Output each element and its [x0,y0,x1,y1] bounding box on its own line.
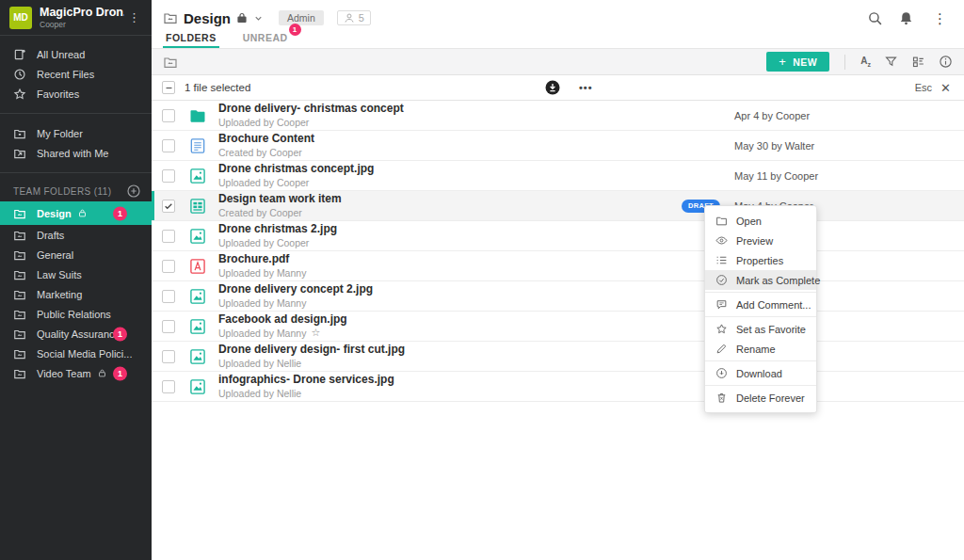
context-menu: Open Preview Properties Mark as Complete… [704,205,817,413]
file-row[interactable]: Drone christmas concept.jpg Uploaded by … [152,161,964,191]
menu-item-preview[interactable]: Preview [705,231,816,250]
tab-bar: FOLDERS UNREAD 1 [152,28,964,49]
folder-image-icon[interactable] [163,55,178,70]
menu-item-label: Mark as Complete [736,275,820,286]
menu-item-mark-as-complete[interactable]: Mark as Complete [705,270,816,290]
eye-icon [715,234,728,247]
sidebar-item-law-suits[interactable]: Law Suits [0,264,152,284]
select-all-checkbox[interactable] [162,81,175,94]
view-layout-icon[interactable] [911,55,925,69]
tab-folders-label: FOLDERS [166,32,217,43]
row-checkbox[interactable] [162,139,175,152]
row-checkbox[interactable] [162,260,175,273]
tab-folders[interactable]: FOLDERS [163,32,219,48]
team-folder-icon [13,288,26,301]
file-meta: Uploaded by Nellie [218,388,301,399]
notifications-bell-icon[interactable] [898,10,914,26]
menu-item-label: Properties [736,255,783,266]
sidebar-item-label: All Unread [37,49,85,60]
row-checkbox[interactable] [162,169,175,183]
members-count-value: 5 [359,12,364,24]
workspace-menu-icon[interactable]: ⋮ [124,9,144,25]
menu-item-add-comment[interactable]: Add Comment... [705,295,816,314]
sidebar-item-label: Recent Files [37,69,94,80]
comment-icon [715,298,728,311]
members-count[interactable]: 5 [337,10,371,25]
sidebar-item-all-unread[interactable]: All Unread [0,44,152,64]
selection-bar: 1 file selected ••• Esc ✕ [152,75,964,101]
sidebar-item-shared-with-me[interactable]: Shared with Me [0,143,152,163]
more-actions-icon[interactable]: ••• [579,82,593,93]
sidebar-item-video-team[interactable]: Video Team 1 [0,363,152,383]
menu-item-label: Delete Forever [736,392,805,404]
sidebar-item-label: Law Suits [37,269,82,280]
file-row[interactable]: Brochure Content Created by Cooper May 3… [152,131,964,161]
sort-az-icon[interactable]: Az [860,56,871,68]
add-team-folder-icon[interactable] [126,184,141,199]
sidebar-item-my-folder[interactable]: My Folder [0,123,152,143]
sidebar-item-drafts[interactable]: Drafts [0,225,152,245]
menu-item-set-as-favorite[interactable]: Set as Favorite [705,319,816,339]
file-text: infographics- Drone services.jpg Uploade… [218,374,394,399]
file-meta: Uploaded by Manny [218,328,306,339]
folder-icon [715,215,728,227]
file-date: May 30 by Walter [734,140,814,152]
sidebar-item-marketing[interactable]: Marketing [0,284,152,304]
sidebar-item-general[interactable]: General [0,245,152,264]
close-icon[interactable]: ✕ [940,81,951,95]
sidebar-item-recent-files[interactable]: Recent Files [0,64,152,84]
escape-group: Esc ✕ [915,81,951,95]
row-checkbox[interactable] [162,380,175,393]
file-row[interactable]: Drone delivery- christmas concept Upload… [152,101,964,131]
team-folders-label: TEAM FOLDERS (11) [13,186,111,197]
download-icon[interactable] [544,79,561,96]
team-folder-icon [13,367,26,380]
file-row[interactable]: Drone christmas 2.jpg Uploaded by Cooper [152,221,964,251]
file-row[interactable]: Drone delivery concept 2.jpg Uploaded by… [152,281,964,312]
menu-item-open[interactable]: Open [705,211,816,231]
more-options-icon[interactable]: ⋮ [929,9,951,27]
workspace-title: MagicPro Dron... [40,6,124,19]
unread-doc-icon [13,48,26,61]
sidebar-item-label: Social Media Polici... [37,348,133,360]
menu-item-download[interactable]: Download [705,363,816,383]
new-button[interactable]: + NEW [766,52,829,72]
workspace-header[interactable]: MD MagicPro Dron... Cooper ⋮ [0,0,152,36]
row-checkbox[interactable] [162,290,175,303]
file-name: Drone christmas concept.jpg [218,163,374,176]
filter-funnel-icon[interactable] [884,55,898,69]
new-button-label: NEW [793,56,817,68]
shared-folder-icon [13,147,26,160]
search-icon[interactable] [867,10,883,26]
file-meta: Created by Cooper [218,207,302,218]
file-row[interactable]: infographics- Drone services.jpg Uploade… [152,372,964,402]
row-checkbox-checked[interactable] [162,200,175,213]
file-row-selected[interactable]: Design team work item Created by Cooper … [152,191,964,221]
unread-count-badge: 1 [113,327,127,341]
file-row[interactable]: Brochure.pdf Uploaded by Manny [152,251,964,281]
menu-item-properties[interactable]: Properties [705,250,816,270]
tab-unread[interactable]: UNREAD 1 [240,32,291,48]
team-folders-header: TEAM FOLDERS (11) [0,181,152,201]
chevron-down-icon[interactable] [253,13,264,24]
file-row[interactable]: Drone delivery design- first cut.jpg Upl… [152,342,964,372]
sidebar-item-design[interactable]: Design 1 [0,201,152,225]
menu-item-delete-forever[interactable]: Delete Forever [705,388,816,408]
sidebar-divider [0,172,152,173]
menu-divider [705,385,816,386]
menu-item-label: Rename [736,344,776,355]
row-checkbox[interactable] [162,109,175,122]
sidebar-item-public-relations[interactable]: Public Relations [0,304,152,324]
menu-item-rename[interactable]: Rename [705,339,816,359]
star-icon [715,323,728,335]
row-checkbox[interactable] [162,230,175,243]
sidebar-item-label: Favorites [37,88,79,100]
sidebar-item-favorites[interactable]: Favorites [0,84,152,104]
sidebar-item-quality-assurance[interactable]: Quality Assurance 1 [0,324,152,344]
row-checkbox[interactable] [162,320,175,333]
file-date: May 11 by Cooper [734,170,818,182]
info-icon[interactable] [939,55,953,69]
row-checkbox[interactable] [162,350,175,363]
sidebar-item-social-media-policies[interactable]: Social Media Polici... [0,344,152,363]
file-row[interactable]: Facebook ad design.jpg Uploaded by Manny… [152,312,964,342]
